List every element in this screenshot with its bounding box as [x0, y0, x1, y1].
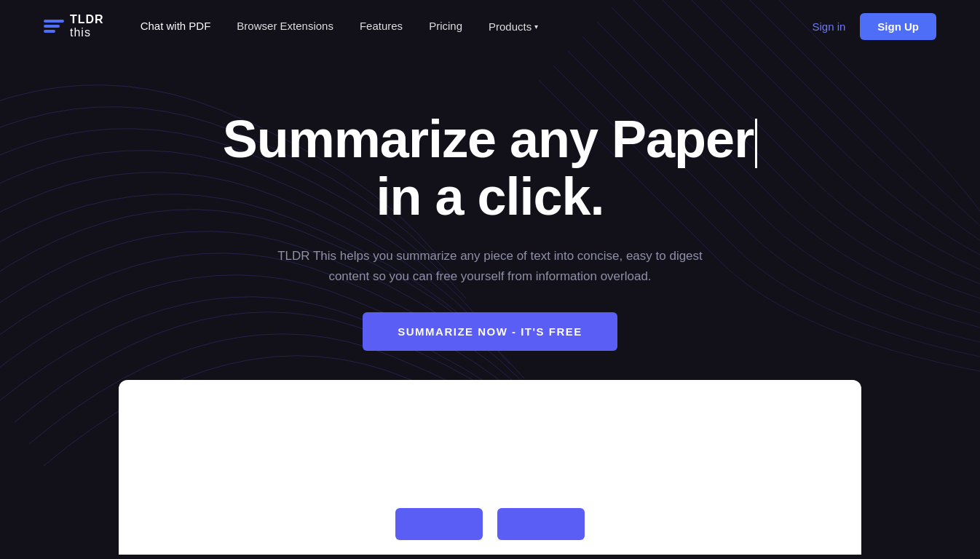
navbar-right: Sign in Sign Up — [812, 13, 936, 40]
app-preview-button-1[interactable] — [395, 508, 483, 540]
hero-cta-button[interactable]: SUMMARIZE NOW - IT'S FREE — [363, 312, 617, 351]
app-preview-buttons — [395, 508, 585, 540]
logo[interactable]: TLDR this — [44, 13, 104, 39]
hero-title: Summarize any Paper in a click. — [223, 111, 757, 226]
nav-link-browser-extensions[interactable]: Browser Extensions — [237, 20, 333, 32]
hero-title-line1: Summarize any Paper — [223, 110, 754, 168]
navbar-left: TLDR this Chat with PDF Browser Extensio… — [44, 13, 538, 39]
nav-link-products-label: Products — [489, 20, 532, 33]
nav-item-features[interactable]: Features — [360, 20, 403, 33]
chevron-down-icon: ▾ — [534, 23, 538, 31]
sign-up-button[interactable]: Sign Up — [860, 13, 936, 40]
nav-item-pricing[interactable]: Pricing — [429, 20, 462, 33]
nav-link-pricing[interactable]: Pricing — [429, 20, 462, 32]
logo-text-top: TLDR — [70, 13, 104, 26]
hero-title-line2: in a click. — [376, 167, 604, 226]
sign-in-button[interactable]: Sign in — [812, 20, 845, 33]
logo-lines — [44, 20, 64, 33]
nav-links: Chat with PDF Browser Extensions Feature… — [141, 20, 539, 33]
nav-item-chat-with-pdf[interactable]: Chat with PDF — [141, 20, 211, 33]
logo-icon — [44, 20, 64, 33]
app-preview-button-2[interactable] — [497, 508, 585, 540]
nav-item-products[interactable]: Products ▾ — [489, 20, 538, 33]
hero-subtitle: TLDR This helps you summarize any piece … — [272, 246, 708, 285]
app-preview — [119, 380, 861, 555]
nav-item-browser-extensions[interactable]: Browser Extensions — [237, 20, 333, 33]
logo-line-3 — [44, 30, 55, 33]
cursor — [755, 119, 757, 168]
logo-text-bottom: this — [70, 26, 104, 39]
logo-text: TLDR this — [70, 13, 104, 39]
hero-section: Summarize any Paper in a click. TLDR Thi… — [0, 52, 980, 351]
nav-link-features[interactable]: Features — [360, 20, 403, 32]
nav-link-products[interactable]: Products ▾ — [489, 20, 538, 33]
logo-line-2 — [44, 25, 60, 28]
logo-line-1 — [44, 20, 64, 23]
nav-link-chat-with-pdf[interactable]: Chat with PDF — [141, 20, 211, 32]
navbar: TLDR this Chat with PDF Browser Extensio… — [0, 0, 980, 52]
